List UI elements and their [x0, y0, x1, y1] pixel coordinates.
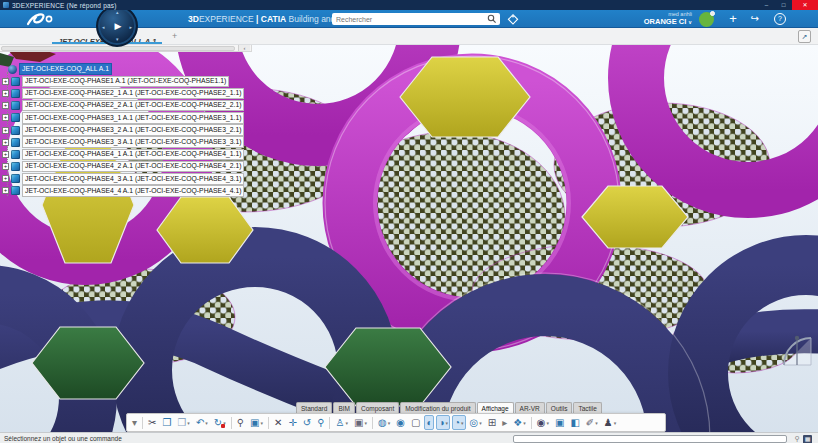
screen-cube-icon[interactable]: ◧: [568, 415, 581, 430]
tree-item-label[interactable]: JET-OCI-EXE-COQ-PHASE4_2 A.1 (JET-OCI-EX…: [22, 161, 244, 173]
dropdown-caret-icon[interactable]: ▾: [461, 420, 464, 426]
view-cube-icon[interactable]: ▣▾: [352, 415, 369, 430]
render-style-icon[interactable]: ◍▾: [376, 415, 392, 430]
search-icon[interactable]: [487, 14, 497, 24]
dropdown-caret-icon[interactable]: ▾: [345, 420, 348, 426]
ribbon-tab-outils[interactable]: Outils: [546, 402, 573, 414]
dropdown-caret-icon[interactable]: ▾: [388, 420, 391, 426]
expand-plus-icon[interactable]: +: [2, 102, 9, 109]
dropdown-caret-icon[interactable]: ▾: [479, 420, 482, 426]
globe-nav-icon[interactable]: ◉▾: [535, 415, 551, 430]
tree-item[interactable]: +JET-OCI-EXE-COQ-PHASE4_3 A.1 (JET-OCI-E…: [2, 173, 244, 185]
expand-plus-icon[interactable]: +: [2, 163, 9, 170]
new-tab-button[interactable]: +: [172, 31, 177, 41]
dropdown-caret-icon[interactable]: ▾: [260, 420, 263, 426]
tree-item[interactable]: +JET-OCI-EXE-COQ-PHASE4_2 A.1 (JET-OCI-E…: [2, 161, 244, 173]
tree-item[interactable]: +JET-OCI-EXE-COQ-PHASE3_1 A.1 (JET-OCI-E…: [2, 112, 244, 124]
capture-icon[interactable]: ▢: [409, 415, 422, 430]
expand-plus-icon[interactable]: +: [2, 151, 9, 158]
expand-plus-icon[interactable]: +: [2, 78, 9, 85]
search-zoom-icon[interactable]: ⚲: [235, 415, 246, 430]
dropdown-caret-icon[interactable]: ▾: [614, 420, 617, 426]
zoom-icon[interactable]: ⚲: [315, 415, 326, 430]
tree-item-label[interactable]: JET-OCI-EXE-COQ-PHASE4_1 A.1 (JET-OCI-EX…: [22, 149, 244, 161]
minimize-button[interactable]: –: [758, 0, 775, 10]
sync-view-icon[interactable]: ◎▾: [468, 415, 484, 430]
walk-icon[interactable]: ♙▾: [333, 415, 349, 430]
close-button[interactable]: ✕: [792, 0, 818, 10]
tag-icon[interactable]: [506, 12, 520, 26]
avatar[interactable]: [699, 12, 714, 27]
manikin-icon[interactable]: ♟▾: [602, 415, 618, 430]
tree-item-label[interactable]: JET-OCI-EXE-COQ-PHASE1 A.1 (JET-OCI-EXE-…: [22, 76, 229, 88]
tree-item[interactable]: +JET-OCI-EXE-COQ-PHASE1 A.1 (JET-OCI-EXE…: [2, 75, 244, 87]
expand-plus-icon[interactable]: +: [2, 114, 9, 121]
fit-all-icon[interactable]: ✕: [272, 415, 284, 430]
dropdown-caret-icon[interactable]: ▾: [205, 420, 208, 426]
expand-arrow-icon[interactable]: ▸: [500, 415, 509, 430]
tree-item[interactable]: +JET-OCI-EXE-COQ-PHASE3_3 A.1 (JET-OCI-E…: [2, 136, 244, 148]
paint-icon[interactable]: ✐▾: [584, 415, 600, 430]
globe-icon[interactable]: ◉: [394, 415, 407, 430]
expand-plus-icon[interactable]: +: [2, 175, 9, 182]
tree-item-label[interactable]: JET-OCI-EXE-COQ-PHASE4_3 A.1 (JET-OCI-EX…: [22, 173, 244, 185]
expand-plus-icon[interactable]: +: [2, 127, 9, 134]
user-cluster[interactable]: med anhli ORANGE CI ∨: [622, 11, 692, 27]
update-icon[interactable]: ↻▾: [212, 415, 228, 430]
dropdown-caret-icon[interactable]: ▾: [595, 420, 598, 426]
tree-item[interactable]: +JET-OCI-EXE-COQ-PHASE2_2 A.1 (JET-OCI-E…: [2, 100, 244, 112]
expand-viewport-icon[interactable]: ↗: [798, 30, 811, 43]
expand-plus-icon[interactable]: +: [2, 187, 9, 194]
tree-root-label[interactable]: JET-OCI-EXE-COQ_ALL A.1: [19, 63, 112, 75]
select-part-icon[interactable]: ▣: [553, 415, 566, 430]
tree-item-label[interactable]: JET-OCI-EXE-COQ-PHASE2_1 A.1 (JET-OCI-EX…: [22, 88, 244, 100]
dropdown-caret-icon[interactable]: ▾: [523, 420, 526, 426]
share-icon[interactable]: ↪: [748, 12, 762, 26]
expand-plus-icon[interactable]: +: [2, 139, 9, 146]
command-lens-icon[interactable]: ⚲: [795, 435, 800, 443]
iso-view-icon[interactable]: ▣▾: [248, 415, 265, 430]
keypad-icon[interactable]: ▦: [803, 435, 812, 443]
3dexperience-compass[interactable]: ▴ ▾ ◂ ▸ ▶: [96, 5, 138, 47]
command-input[interactable]: [513, 435, 787, 443]
undo-icon[interactable]: ↶▾: [194, 415, 210, 430]
tree-item-label[interactable]: JET-OCI-EXE-COQ-PHASE4_4 A.1 (JET-OCI-EX…: [22, 185, 244, 197]
dropdown-caret-icon[interactable]: ▾: [445, 420, 448, 426]
cut-icon[interactable]: ✂: [146, 415, 158, 430]
expand-plus-icon[interactable]: +: [2, 90, 9, 97]
camera-front-icon[interactable]: ◐: [424, 415, 434, 430]
maximize-button[interactable]: □: [775, 0, 792, 10]
tree-item-label[interactable]: JET-OCI-EXE-COQ-PHASE3_1 A.1 (JET-OCI-EX…: [22, 112, 244, 124]
add-content-button[interactable]: +: [726, 12, 740, 25]
ribbon-tab-bim[interactable]: BIM: [333, 402, 355, 414]
ribbon-tab-ar-vr[interactable]: AR-VR: [515, 402, 545, 414]
search-input[interactable]: [332, 16, 487, 23]
tree-item[interactable]: +JET-OCI-EXE-COQ-PHASE2_1 A.1 (JET-OCI-E…: [2, 87, 244, 99]
dropdown-caret-icon[interactable]: ▾: [546, 420, 549, 426]
ribbon-tab-composant[interactable]: Composant: [356, 402, 399, 414]
help-icon[interactable]: ?: [774, 13, 786, 25]
copy-icon[interactable]: ❐: [160, 415, 173, 430]
tree-scrollbar[interactable]: ‹: [0, 45, 252, 52]
orbit-view-icon[interactable]: ◔▾: [452, 415, 466, 430]
scrollbar-arrow-icon[interactable]: ‹: [238, 45, 250, 51]
tree-item[interactable]: +JET-OCI-EXE-COQ-PHASE4_4 A.1 (JET-OCI-E…: [2, 185, 244, 197]
ribbon-tab-modification-du-produit[interactable]: Modification du produit: [400, 402, 475, 414]
compass-play-icon[interactable]: ▶: [113, 22, 122, 31]
split-view-icon[interactable]: ⊞: [486, 415, 498, 430]
tree-item[interactable]: +JET-OCI-EXE-COQ-PHASE3_2 A.1 (JET-OCI-E…: [2, 124, 244, 136]
ribbon-tab-affichage[interactable]: Affichage: [477, 402, 514, 414]
tree-item-label[interactable]: JET-OCI-EXE-COQ-PHASE3_2 A.1 (JET-OCI-EX…: [22, 124, 244, 136]
dropdown-caret-icon[interactable]: ▾: [187, 420, 190, 426]
rotate-icon[interactable]: ↺: [301, 415, 313, 430]
ribbon-tab-standard[interactable]: Standard: [296, 402, 332, 414]
ribbon-tab-tactile[interactable]: Tactile: [573, 402, 601, 414]
dropdown-caret-icon[interactable]: ▾: [364, 420, 367, 426]
tree-root-item[interactable]: JET-OCI-EXE-COQ_ALL A.1: [8, 63, 244, 75]
paste-icon[interactable]: ❒▾: [175, 415, 191, 430]
tree-item-label[interactable]: JET-OCI-EXE-COQ-PHASE2_2 A.1 (JET-OCI-EX…: [22, 100, 244, 112]
chevron-down-icon[interactable]: ∨: [688, 19, 692, 25]
camera-top-icon[interactable]: ◑▾: [436, 415, 450, 430]
pan-icon[interactable]: ✛: [286, 415, 298, 430]
toolbar-overflow-icon[interactable]: ▾: [130, 415, 139, 430]
